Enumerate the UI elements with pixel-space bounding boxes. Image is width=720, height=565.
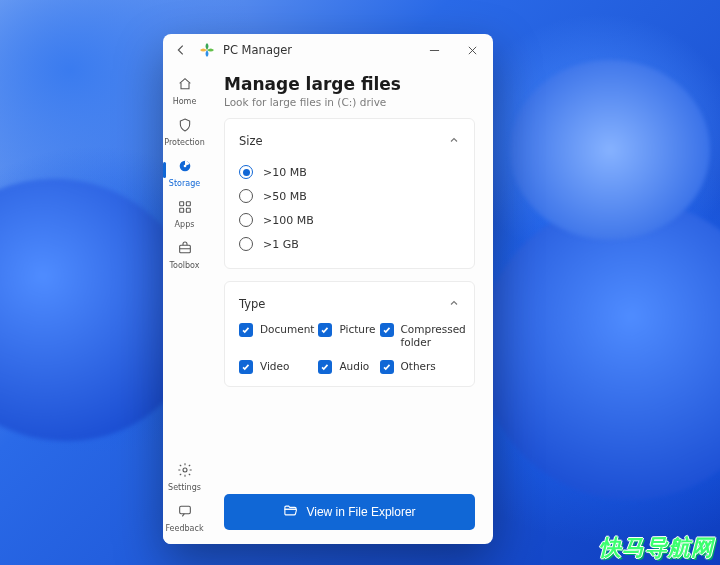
- titlebar: PC Manager: [163, 34, 493, 66]
- home-icon: [177, 76, 193, 96]
- type-option-document[interactable]: Document: [239, 323, 314, 348]
- type-option-picture[interactable]: Picture: [318, 323, 375, 348]
- radio-icon: [239, 237, 253, 251]
- checkbox-label: Audio: [339, 360, 369, 373]
- checkbox-checked-icon: [380, 360, 394, 374]
- checkbox-checked-icon: [239, 360, 253, 374]
- sidebar-item-label: Home: [173, 98, 197, 106]
- type-option-audio[interactable]: Audio: [318, 360, 375, 374]
- feedback-icon: [177, 503, 193, 523]
- svg-rect-6: [186, 202, 190, 206]
- sidebar-item-label: Toolbox: [170, 262, 200, 270]
- type-option-video[interactable]: Video: [239, 360, 314, 374]
- radio-label: >1 GB: [263, 238, 299, 251]
- checkbox-label: Others: [401, 360, 436, 373]
- collapse-size-button[interactable]: [448, 131, 460, 150]
- collapse-type-button[interactable]: [448, 294, 460, 313]
- type-option-compressed[interactable]: Compressed folder: [380, 323, 466, 348]
- type-panel-title: Type: [239, 297, 265, 311]
- checkbox-label: Video: [260, 360, 289, 373]
- checkbox-label: Document: [260, 323, 314, 336]
- radio-label: >10 MB: [263, 166, 307, 179]
- size-panel-title: Size: [239, 134, 263, 148]
- button-label: View in File Explorer: [306, 505, 415, 519]
- back-button[interactable]: [171, 43, 191, 57]
- checkbox-label: Compressed folder: [401, 323, 466, 348]
- minimize-button[interactable]: [419, 36, 449, 64]
- close-button[interactable]: [457, 36, 487, 64]
- sidebar: Home Protection Storage Apps: [163, 66, 206, 544]
- svg-rect-12: [179, 506, 190, 513]
- size-option-10mb[interactable]: >10 MB: [239, 160, 460, 184]
- sidebar-item-label: Feedback: [165, 525, 203, 533]
- checkbox-label: Picture: [339, 323, 375, 336]
- storage-icon: [177, 158, 193, 178]
- gear-icon: [177, 462, 193, 482]
- sidebar-item-toolbox[interactable]: Toolbox: [163, 234, 206, 275]
- sidebar-item-apps[interactable]: Apps: [163, 193, 206, 234]
- svg-rect-8: [186, 208, 190, 212]
- sidebar-item-label: Storage: [169, 180, 200, 188]
- type-option-others[interactable]: Others: [380, 360, 466, 374]
- svg-point-11: [183, 468, 187, 472]
- sidebar-item-feedback[interactable]: Feedback: [163, 497, 206, 538]
- checkbox-checked-icon: [239, 323, 253, 337]
- radio-label: >50 MB: [263, 190, 307, 203]
- folder-open-icon: [283, 503, 298, 521]
- pc-manager-window: PC Manager Home Protection: [163, 34, 493, 544]
- apps-icon: [177, 199, 193, 219]
- sidebar-item-label: Settings: [168, 484, 201, 492]
- sidebar-item-label: Apps: [175, 221, 195, 229]
- window-title: PC Manager: [223, 43, 292, 57]
- svg-rect-7: [179, 208, 183, 212]
- radio-icon: [239, 189, 253, 203]
- radio-label: >100 MB: [263, 214, 314, 227]
- sidebar-item-label: Protection: [164, 139, 204, 147]
- page-title: Manage large files: [224, 74, 475, 94]
- size-option-100mb[interactable]: >100 MB: [239, 208, 460, 232]
- checkbox-checked-icon: [318, 360, 332, 374]
- checkbox-checked-icon: [318, 323, 332, 337]
- watermark-text: 快马导航网: [599, 533, 714, 563]
- sidebar-item-protection[interactable]: Protection: [163, 111, 206, 152]
- size-option-50mb[interactable]: >50 MB: [239, 184, 460, 208]
- main-content: Manage large files Look for large files …: [206, 66, 493, 544]
- sidebar-item-storage[interactable]: Storage: [163, 152, 206, 193]
- page-subtitle: Look for large files in (C:) drive: [224, 96, 475, 108]
- type-panel: Type Document Picture: [224, 281, 475, 387]
- svg-rect-5: [179, 202, 183, 206]
- desktop-wallpaper: PC Manager Home Protection: [0, 0, 720, 565]
- view-in-explorer-button[interactable]: View in File Explorer: [224, 494, 475, 530]
- app-logo-icon: [199, 42, 215, 58]
- wallpaper-petal: [510, 60, 710, 240]
- radio-icon: [239, 213, 253, 227]
- checkbox-checked-icon: [380, 323, 394, 337]
- size-option-1gb[interactable]: >1 GB: [239, 232, 460, 256]
- radio-icon: [239, 165, 253, 179]
- size-panel: Size >10 MB >50 MB: [224, 118, 475, 269]
- sidebar-item-home[interactable]: Home: [163, 70, 206, 111]
- shield-icon: [177, 117, 193, 137]
- toolbox-icon: [177, 240, 193, 260]
- svg-point-4: [183, 165, 186, 168]
- sidebar-item-settings[interactable]: Settings: [163, 456, 206, 497]
